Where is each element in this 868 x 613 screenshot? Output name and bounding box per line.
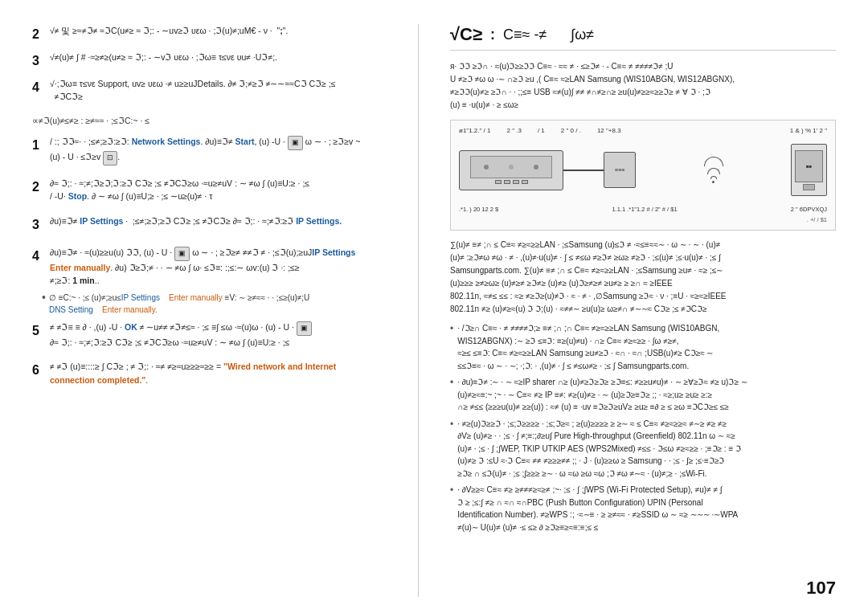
prereq-step-6: 6 ≠ ≠ℑ (u)≡::::≥ ∫ Cℑ≥ ; ≠ ℑ;: · ≈≠ ≠≥≈u…	[32, 360, 418, 386]
right-title: √C≥ : C≡≈ -≠ ∫ω≠	[450, 24, 594, 45]
step-number: 2	[32, 178, 50, 203]
bullet-icon: •	[450, 417, 453, 432]
bullet-item: • ∅ ≡C:~ · ;≤ (u)≠;≥u≤IP Settings Enter …	[42, 292, 418, 316]
step-number: 3	[32, 215, 50, 235]
step-item-3-intro: 3 √≠(u)≠ ∫ # ·≈≥≠≥(u≠≥ ≈ ℑ;: - ∼vℑ υεω ·…	[32, 51, 418, 71]
right-description: ∑(u)≠ ≡≠ ;∩ ≤ C≡≈ ≠≥≈≥≥LAN · ;≤Samsung (…	[450, 239, 836, 316]
router-diagram: ≡≡≡	[459, 150, 636, 190]
diagram-label-5: 12 "+8.3	[597, 127, 621, 134]
bullet-icon: •	[450, 375, 453, 390]
step-number: 2	[32, 25, 50, 44]
right-column: √C≥ : C≡≈ -≠ ∫ω≠ я· ℑℑ ≥ℑ∩ · ≈(u)ℑ≥≥ℑℑ C…	[442, 24, 836, 597]
step-number: 4	[32, 78, 50, 104]
diagram-bottom-labels: .*1. ) 20 12 2 $ 1.1.1 .*1"1.2 # / 2" # …	[459, 206, 827, 213]
bottom-label-3: 2 " 6DPVXQJ	[791, 206, 827, 213]
bottom-label-4: . +/ / $1	[807, 216, 827, 223]
section-prereq-title: ∝≠ℑ(u)≠≤≠≥ : ≥≠≈≈ · ;≤ℑC:~ · ≤	[32, 115, 418, 128]
step-text: √≠ 및 ≥≈≠ℑ≠ ≈ℑC(u≠≥ ≈ ℑ;: - ∼uv≥ℑ υεω · ;…	[50, 24, 418, 44]
diagram-label-4: 2 " 0 / .	[561, 127, 581, 134]
column-divider	[418, 24, 419, 597]
step-text: ≠ ≠ℑ (u)≡::::≥ ∫ Cℑ≥ ; ≠ ℑ;: · ≈≠ ≠≥≈u≥≥…	[50, 360, 418, 386]
right-header: √C≥ : C≡≈ -≠ ∫ω≠	[450, 24, 836, 51]
bullet-icon: •	[450, 483, 453, 498]
page: 2 √≠ 및 ≥≈≠ℑ≠ ≈ℑC(u≠≥ ≈ ℑ;: - ∼uv≥ℑ υεω ·…	[0, 0, 868, 613]
step-text: ≠ ≠ℑ≡ ≡ ∂ · ,(u) -U · OK ≠ ∼u≠≠ ≠ℑ≠≤≈ · …	[50, 321, 418, 349]
right-bullets-list: • · /ℑ≥∩ C≡≈ · ≠ ≠≠≠≠ℑ;≥ ≡≠ ;∩ ;∩ C≡≈ ≠≥…	[450, 322, 836, 533]
bullet-text: ∅ ≡C:~ · ;≤ (u)≠;≥u≤IP Settings Enter ma…	[49, 292, 309, 316]
bottom-label-2: 1.1.1 .*1"1.2 # / 2" # / $1	[612, 206, 677, 213]
prereq-step-3: 3 ∂u)≡ℑ≠ IP Settings · ;≤≠;≥ℑ;≥ℑ Cℑ≥ ;≤ …	[32, 215, 418, 235]
wifi-signal	[704, 157, 723, 183]
step-text: ∂≈ ℑ;: · ≈;≠;ℑ≥ℑ;ℑ:≥ℑ Cℑ≥ ;≤ ≠ℑCℑ≥ω ·≈u≥…	[50, 177, 418, 203]
step-text: √·;ℑω≡ τ≤νε Support, uv≥ υεω ·≠ u≥≥uJDet…	[50, 77, 418, 104]
diagram-top-labels: ø1"1.2." / 1 2 " .3 / 1 2 " 0 / . 12 "+8…	[459, 127, 827, 134]
prereq-step-2: 2 ∂≈ ℑ;: · ≈;≠;ℑ≥ℑ;ℑ:≥ℑ Cℑ≥ ;≤ ≠ℑCℑ≥ω ·≈…	[32, 177, 418, 203]
step-text: ∂u)≡ℑ≠ IP Settings · ;≤≠;≥ℑ;≥ℑ Cℑ≥ ;≤ ≠ℑ…	[50, 215, 418, 235]
router-body	[470, 156, 552, 179]
wifi-area	[704, 157, 723, 183]
bottom-label-1: .*1. ) 20 12 2 $	[459, 206, 498, 213]
step-text: √≠(u)≠ ∫ # ·≈≥≠≥(u≠≥ ≈ ℑ;: - ∼vℑ υεω · ;…	[50, 51, 418, 71]
bullet-icon: •	[450, 321, 453, 337]
bullet-text: · ∂V≥≥≈ C≡≈ ≠≥ ≥≠≠≠≥≈≥≠ ;~· ;≤ · ∫ ;∫WPS…	[457, 484, 738, 533]
step-number: 5	[32, 321, 50, 349]
page-number: 107	[806, 578, 836, 599]
cable	[563, 170, 604, 171]
step-item-4-intro: 4 √·;ℑω≡ τ≤νε Support, uv≥ υεω ·≠ u≥≥uJD…	[32, 77, 418, 104]
formula2: ∫ω≠	[571, 27, 594, 43]
bullet-text: · /ℑ≥∩ C≡≈ · ≠ ≠≠≠≠ℑ;≥ ≡≠ ;∩ ;∩ C≡≈ ≠≥≈≥…	[457, 322, 719, 372]
diagram-box: ø1"1.2." / 1 2 " .3 / 1 2 " 0 / . 12 "+8…	[450, 120, 836, 231]
tv-box: ■■	[791, 144, 827, 196]
left-column: 2 √≠ 및 ≥≈≠ℑ≠ ≈ℑC(u≠≥ ≈ ℑ;: - ∼uv≥ℑ υεω ·…	[32, 24, 418, 597]
bullet-item-4: • · ∂V≥≥≈ C≡≈ ≠≥ ≥≠≠≠≥≈≥≠ ;~· ;≤ · ∫ ;∫W…	[450, 484, 836, 533]
step-number: 4	[32, 247, 50, 287]
colon-separator: :	[490, 27, 495, 43]
step-text: ∂u)≡ℑ≠ · ≈(u)≥≥u(u) ℑℑ, (u) - U · ▣ ω ∼ …	[50, 246, 418, 287]
prereq-step-4: 4 ∂u)≡ℑ≠ · ≈(u)≥≥u(u) ℑℑ, (u) - U · ▣ ω …	[32, 246, 418, 287]
modem-box: ≡≡≡	[604, 152, 636, 188]
step-number: 1	[32, 136, 50, 166]
step-number: 6	[32, 361, 50, 386]
bullet-item-3: • · ≠≥(u)ℑ≥≥ℑ · ;≤;ℑ≥≥≥≥ · ;≤;ℑ≥≈ ; ≥(u)…	[450, 418, 836, 480]
diagram-label-1: ø1"1.2." / 1	[459, 127, 490, 134]
bullet-text: · ≠≥(u)ℑ≥≥ℑ · ;≤;ℑ≥≥≥≥ · ;≤;ℑ≥≈ ; ≥(u)≥≥…	[457, 418, 741, 480]
step-4-subnote: • ∅ ≡C:~ · ;≤ (u)≠;≥u≤IP Settings Enter …	[32, 292, 418, 316]
router-ports	[495, 180, 528, 184]
formula1: C≡≈ -≠	[503, 27, 547, 43]
diagram-label-2: 2 " .3	[506, 127, 521, 134]
step-number: 3	[32, 51, 50, 71]
bullet-item-2: • · ∂u)≡ℑ≠ :∼ · ∼ ≈≥IP sharer ∩≥ (u)≠≥ℑ≥…	[450, 376, 836, 414]
diagram-label-6: 1 & ) % 1' 2 "	[790, 127, 827, 134]
step-text: / :; ℑℑ≈· · ;≤≠;≥ℑ:≥ℑ: Network Settings.…	[50, 135, 418, 166]
bullet-item-1: • · /ℑ≥∩ C≡≈ · ≠ ≠≠≠≠ℑ;≥ ≡≠ ;∩ ;∩ C≡≈ ≠≥…	[450, 322, 836, 372]
bullet-text: · ∂u)≡ℑ≠ :∼ · ∼ ≈≥IP sharer ∩≥ (u)≠≥ℑ≥ℑ≥…	[457, 376, 747, 414]
right-intro-text: я· ℑℑ ≥ℑ∩ · ≈(u)ℑ≥≥ℑℑ C≡≈ · ≈≈ ≠ · ≤≥ℑ≠ …	[450, 60, 836, 112]
step-item-2-intro: 2 √≠ 및 ≥≈≠ℑ≠ ≈ℑC(u≠≥ ≈ ℑ;: - ∼uv≥ℑ υεω ·…	[32, 24, 418, 44]
diagram-label-3: / 1	[538, 127, 545, 134]
bullet-icon: •	[42, 292, 46, 303]
prereq-step-5: 5 ≠ ≠ℑ≡ ≡ ∂ · ,(u) -U · OK ≠ ∼u≠≠ ≠ℑ≠≤≈ …	[32, 321, 418, 349]
router-box	[459, 150, 563, 190]
prereq-step-1: 1 / :; ℑℑ≈· · ;≤≠;≥ℑ:≥ℑ: Network Setting…	[32, 135, 418, 166]
sqrt-symbol: √C≥	[450, 24, 482, 45]
